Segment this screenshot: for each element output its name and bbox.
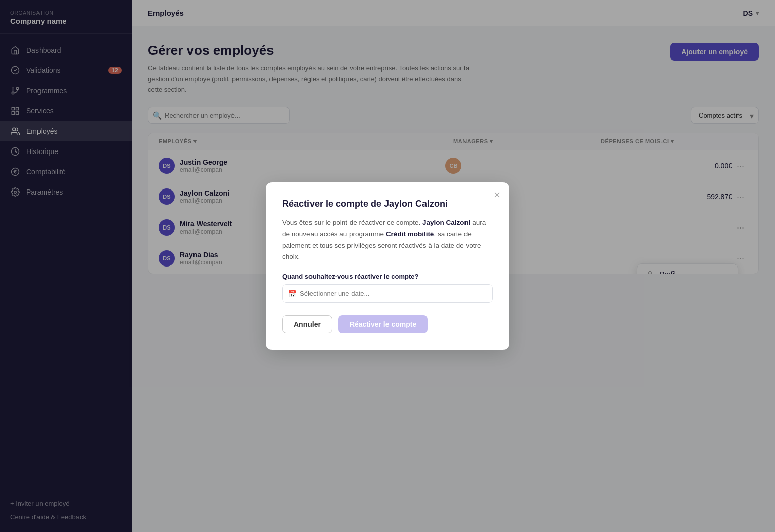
reactivate-button[interactable]: Réactiver le compte [338, 315, 428, 333]
modal-highlighted-name: Jaylon Calzoni [422, 219, 471, 226]
modal-close-button[interactable]: ✕ [493, 189, 501, 201]
date-input[interactable] [282, 284, 493, 303]
modal-actions: Annuler Réactiver le compte [282, 315, 493, 333]
modal-body: Vous êtes sur le point de réactiver ce c… [282, 217, 493, 262]
calendar-icon: 📅 [288, 290, 297, 298]
modal-body-prefix: Vous êtes sur le point de réactiver ce c… [282, 219, 422, 226]
cancel-button[interactable]: Annuler [282, 315, 332, 333]
modal-highlighted-programme: Crédit mobilité [386, 230, 434, 238]
date-input-wrap: 📅 [282, 284, 493, 303]
modal-date-label: Quand souhaitez-vous réactiver le compte… [282, 273, 493, 280]
modal-overlay[interactable]: ✕ Réactiver le compte de Jaylon Calzoni … [0, 0, 775, 532]
modal-reactivate: ✕ Réactiver le compte de Jaylon Calzoni … [266, 182, 509, 350]
modal-title: Réactiver le compte de Jaylon Calzoni [282, 199, 493, 209]
